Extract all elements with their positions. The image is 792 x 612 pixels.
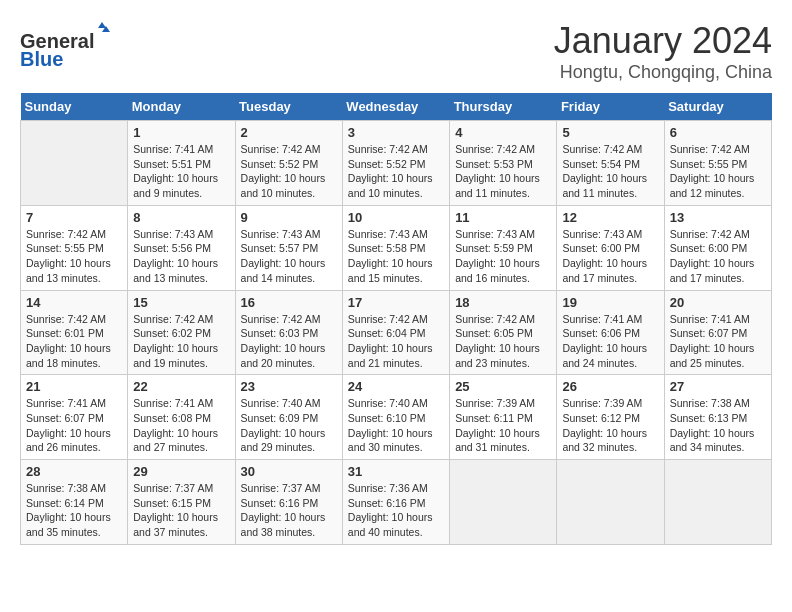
day-number: 19 <box>562 295 658 310</box>
day-number: 29 <box>133 464 229 479</box>
day-number: 9 <box>241 210 337 225</box>
location: Hongtu, Chongqing, China <box>554 62 772 83</box>
day-info: Sunrise: 7:41 AMSunset: 6:07 PMDaylight:… <box>26 396 122 455</box>
day-number: 22 <box>133 379 229 394</box>
title-area: January 2024 Hongtu, Chongqing, China <box>554 20 772 83</box>
day-number: 10 <box>348 210 444 225</box>
day-number: 25 <box>455 379 551 394</box>
day-number: 12 <box>562 210 658 225</box>
calendar-cell: 24Sunrise: 7:40 AMSunset: 6:10 PMDayligh… <box>342 375 449 460</box>
calendar-cell: 2Sunrise: 7:42 AMSunset: 5:52 PMDaylight… <box>235 121 342 206</box>
calendar-header-row: SundayMondayTuesdayWednesdayThursdayFrid… <box>21 93 772 121</box>
day-number: 16 <box>241 295 337 310</box>
calendar-cell: 14Sunrise: 7:42 AMSunset: 6:01 PMDayligh… <box>21 290 128 375</box>
calendar-cell: 16Sunrise: 7:42 AMSunset: 6:03 PMDayligh… <box>235 290 342 375</box>
calendar-cell: 25Sunrise: 7:39 AMSunset: 6:11 PMDayligh… <box>450 375 557 460</box>
calendar-cell: 12Sunrise: 7:43 AMSunset: 6:00 PMDayligh… <box>557 205 664 290</box>
day-number: 2 <box>241 125 337 140</box>
calendar-week-5: 28Sunrise: 7:38 AMSunset: 6:14 PMDayligh… <box>21 460 772 545</box>
header-tuesday: Tuesday <box>235 93 342 121</box>
day-info: Sunrise: 7:37 AMSunset: 6:15 PMDaylight:… <box>133 481 229 540</box>
header-friday: Friday <box>557 93 664 121</box>
day-info: Sunrise: 7:37 AMSunset: 6:16 PMDaylight:… <box>241 481 337 540</box>
header-thursday: Thursday <box>450 93 557 121</box>
day-number: 30 <box>241 464 337 479</box>
day-number: 26 <box>562 379 658 394</box>
calendar-cell: 11Sunrise: 7:43 AMSunset: 5:59 PMDayligh… <box>450 205 557 290</box>
calendar-cell <box>450 460 557 545</box>
day-info: Sunrise: 7:40 AMSunset: 6:10 PMDaylight:… <box>348 396 444 455</box>
day-number: 18 <box>455 295 551 310</box>
day-number: 6 <box>670 125 766 140</box>
svg-text:Blue: Blue <box>20 48 63 70</box>
day-info: Sunrise: 7:41 AMSunset: 6:06 PMDaylight:… <box>562 312 658 371</box>
calendar-cell: 26Sunrise: 7:39 AMSunset: 6:12 PMDayligh… <box>557 375 664 460</box>
calendar-cell: 19Sunrise: 7:41 AMSunset: 6:06 PMDayligh… <box>557 290 664 375</box>
calendar-cell: 20Sunrise: 7:41 AMSunset: 6:07 PMDayligh… <box>664 290 771 375</box>
calendar-cell: 22Sunrise: 7:41 AMSunset: 6:08 PMDayligh… <box>128 375 235 460</box>
day-info: Sunrise: 7:42 AMSunset: 5:53 PMDaylight:… <box>455 142 551 201</box>
day-number: 17 <box>348 295 444 310</box>
day-info: Sunrise: 7:39 AMSunset: 6:11 PMDaylight:… <box>455 396 551 455</box>
day-number: 20 <box>670 295 766 310</box>
day-info: Sunrise: 7:42 AMSunset: 5:52 PMDaylight:… <box>241 142 337 201</box>
day-info: Sunrise: 7:40 AMSunset: 6:09 PMDaylight:… <box>241 396 337 455</box>
day-info: Sunrise: 7:42 AMSunset: 6:00 PMDaylight:… <box>670 227 766 286</box>
calendar-table: SundayMondayTuesdayWednesdayThursdayFrid… <box>20 93 772 545</box>
calendar-cell: 5Sunrise: 7:42 AMSunset: 5:54 PMDaylight… <box>557 121 664 206</box>
calendar-cell: 10Sunrise: 7:43 AMSunset: 5:58 PMDayligh… <box>342 205 449 290</box>
page-header: General Blue January 2024 Hongtu, Chongq… <box>20 20 772 83</box>
day-number: 5 <box>562 125 658 140</box>
calendar-cell <box>557 460 664 545</box>
svg-marker-2 <box>98 22 106 28</box>
day-number: 31 <box>348 464 444 479</box>
header-sunday: Sunday <box>21 93 128 121</box>
day-number: 14 <box>26 295 122 310</box>
day-number: 28 <box>26 464 122 479</box>
calendar-cell: 7Sunrise: 7:42 AMSunset: 5:55 PMDaylight… <box>21 205 128 290</box>
calendar-cell: 4Sunrise: 7:42 AMSunset: 5:53 PMDaylight… <box>450 121 557 206</box>
day-info: Sunrise: 7:43 AMSunset: 5:57 PMDaylight:… <box>241 227 337 286</box>
day-number: 3 <box>348 125 444 140</box>
day-number: 4 <box>455 125 551 140</box>
calendar-week-3: 14Sunrise: 7:42 AMSunset: 6:01 PMDayligh… <box>21 290 772 375</box>
day-info: Sunrise: 7:42 AMSunset: 6:03 PMDaylight:… <box>241 312 337 371</box>
day-number: 7 <box>26 210 122 225</box>
calendar-cell: 31Sunrise: 7:36 AMSunset: 6:16 PMDayligh… <box>342 460 449 545</box>
calendar-cell: 28Sunrise: 7:38 AMSunset: 6:14 PMDayligh… <box>21 460 128 545</box>
day-number: 1 <box>133 125 229 140</box>
calendar-cell: 9Sunrise: 7:43 AMSunset: 5:57 PMDaylight… <box>235 205 342 290</box>
calendar-cell: 17Sunrise: 7:42 AMSunset: 6:04 PMDayligh… <box>342 290 449 375</box>
day-info: Sunrise: 7:42 AMSunset: 6:05 PMDaylight:… <box>455 312 551 371</box>
calendar-cell: 23Sunrise: 7:40 AMSunset: 6:09 PMDayligh… <box>235 375 342 460</box>
header-monday: Monday <box>128 93 235 121</box>
calendar-cell: 8Sunrise: 7:43 AMSunset: 5:56 PMDaylight… <box>128 205 235 290</box>
calendar-cell: 18Sunrise: 7:42 AMSunset: 6:05 PMDayligh… <box>450 290 557 375</box>
calendar-cell: 1Sunrise: 7:41 AMSunset: 5:51 PMDaylight… <box>128 121 235 206</box>
day-info: Sunrise: 7:38 AMSunset: 6:13 PMDaylight:… <box>670 396 766 455</box>
day-info: Sunrise: 7:39 AMSunset: 6:12 PMDaylight:… <box>562 396 658 455</box>
calendar-week-2: 7Sunrise: 7:42 AMSunset: 5:55 PMDaylight… <box>21 205 772 290</box>
day-number: 15 <box>133 295 229 310</box>
calendar-cell: 13Sunrise: 7:42 AMSunset: 6:00 PMDayligh… <box>664 205 771 290</box>
calendar-cell: 27Sunrise: 7:38 AMSunset: 6:13 PMDayligh… <box>664 375 771 460</box>
day-info: Sunrise: 7:36 AMSunset: 6:16 PMDaylight:… <box>348 481 444 540</box>
day-info: Sunrise: 7:42 AMSunset: 6:04 PMDaylight:… <box>348 312 444 371</box>
day-info: Sunrise: 7:42 AMSunset: 5:55 PMDaylight:… <box>26 227 122 286</box>
header-wednesday: Wednesday <box>342 93 449 121</box>
day-number: 27 <box>670 379 766 394</box>
day-info: Sunrise: 7:42 AMSunset: 5:52 PMDaylight:… <box>348 142 444 201</box>
calendar-cell: 21Sunrise: 7:41 AMSunset: 6:07 PMDayligh… <box>21 375 128 460</box>
day-info: Sunrise: 7:42 AMSunset: 6:01 PMDaylight:… <box>26 312 122 371</box>
calendar-cell: 6Sunrise: 7:42 AMSunset: 5:55 PMDaylight… <box>664 121 771 206</box>
logo: General Blue <box>20 20 120 70</box>
calendar-week-4: 21Sunrise: 7:41 AMSunset: 6:07 PMDayligh… <box>21 375 772 460</box>
day-info: Sunrise: 7:42 AMSunset: 5:54 PMDaylight:… <box>562 142 658 201</box>
calendar-cell: 30Sunrise: 7:37 AMSunset: 6:16 PMDayligh… <box>235 460 342 545</box>
day-info: Sunrise: 7:41 AMSunset: 6:08 PMDaylight:… <box>133 396 229 455</box>
day-info: Sunrise: 7:43 AMSunset: 5:56 PMDaylight:… <box>133 227 229 286</box>
day-info: Sunrise: 7:42 AMSunset: 6:02 PMDaylight:… <box>133 312 229 371</box>
calendar-cell <box>21 121 128 206</box>
calendar-cell: 15Sunrise: 7:42 AMSunset: 6:02 PMDayligh… <box>128 290 235 375</box>
day-number: 21 <box>26 379 122 394</box>
